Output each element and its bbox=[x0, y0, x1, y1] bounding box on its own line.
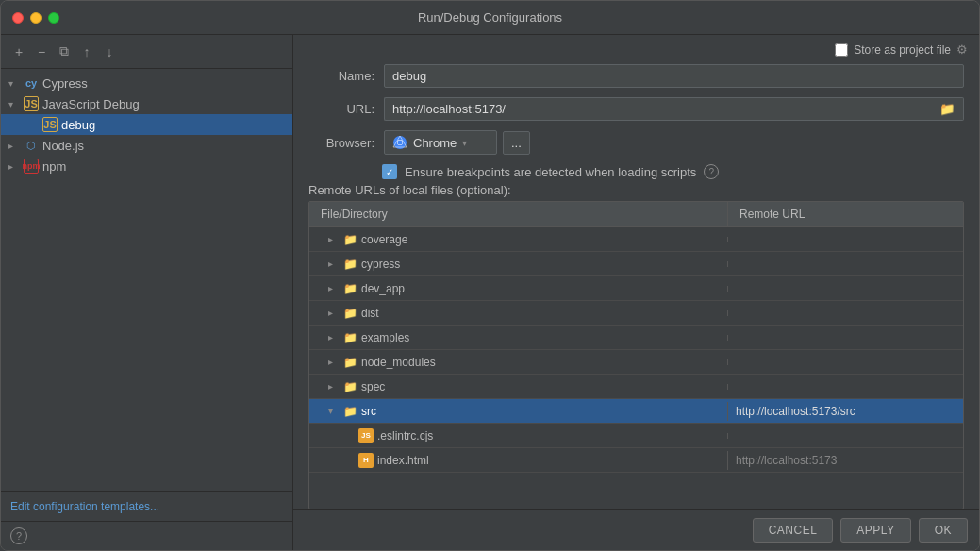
browser-dropdown[interactable]: Chrome ▾ bbox=[384, 130, 497, 155]
svg-point-2 bbox=[398, 141, 403, 145]
gear-icon[interactable]: ⚙ bbox=[956, 42, 968, 57]
breakpoints-label: Ensure breakpoints are detected when loa… bbox=[405, 165, 696, 179]
name-label: Name: bbox=[308, 69, 374, 83]
file-cell-name: ▸ 📁 spec bbox=[309, 377, 727, 396]
tree-group-cypress: ▾ cy Cypress bbox=[1, 73, 292, 93]
browser-label: Browser: bbox=[308, 136, 374, 150]
copy-config-button[interactable]: ⧉ bbox=[54, 42, 75, 62]
sidebar-help-bar: ? bbox=[1, 521, 292, 550]
file-cell-name: ▾ 📁 src bbox=[309, 402, 727, 421]
help-button[interactable]: ? bbox=[10, 527, 27, 544]
bottom-bar: CANCEL APPLY OK bbox=[293, 509, 979, 550]
folder-icon: 📁 bbox=[343, 331, 357, 344]
js-file-icon: JS bbox=[358, 428, 374, 443]
maximize-button[interactable] bbox=[48, 12, 59, 24]
file-cell-url bbox=[727, 286, 963, 292]
sidebar-toolbar: + − ⧉ ↑ ↓ bbox=[1, 35, 292, 69]
folder-icon: 📁 bbox=[343, 405, 357, 418]
npm-icon: npm bbox=[24, 159, 39, 174]
folder-icon: 📁 bbox=[343, 307, 357, 320]
cancel-button[interactable]: CANCEL bbox=[753, 518, 834, 543]
debug-item-label: debug bbox=[61, 118, 95, 132]
store-as-project-label: Store as project file bbox=[854, 43, 951, 57]
table-row[interactable]: ▸ 📁 coverage bbox=[309, 227, 963, 252]
chevron-right-icon: ▸ bbox=[8, 141, 20, 151]
breakpoints-row: ✓ Ensure breakpoints are detected when l… bbox=[308, 164, 964, 183]
js-debug-icon: JS bbox=[24, 96, 39, 111]
sidebar-item-npm[interactable]: ▸ npm npm bbox=[1, 156, 292, 176]
chevron-right-icon: ▸ bbox=[328, 357, 340, 367]
browser-value: Chrome bbox=[413, 136, 457, 150]
remote-urls-label: Remote URLs of local files (optional): bbox=[293, 183, 979, 197]
table-row[interactable]: JS .eslintrc.cjs bbox=[309, 424, 963, 448]
tree-group-nodejs: ▸ ⬡ Node.js bbox=[1, 135, 292, 156]
chevron-down-icon: ▾ bbox=[8, 78, 20, 89]
file-cell-name: JS .eslintrc.cjs bbox=[309, 426, 727, 446]
run-debug-dialog: Run/Debug Configurations + − ⧉ ↑ ↓ bbox=[0, 0, 980, 551]
cypress-group-label: Cypress bbox=[42, 76, 88, 91]
titlebar: Run/Debug Configurations bbox=[1, 1, 979, 35]
file-cell-url: http://localhost:5173 bbox=[727, 451, 963, 470]
chevron-right-icon: ▸ bbox=[328, 308, 340, 318]
minimize-button[interactable] bbox=[30, 12, 42, 24]
sidebar-item-cypress[interactable]: ▾ cy Cypress bbox=[1, 73, 292, 93]
main-content: + − ⧉ ↑ ↓ ▾ bbox=[1, 35, 979, 550]
move-up-button[interactable]: ↑ bbox=[76, 42, 97, 62]
table-row[interactable]: H index.html http://localhost:5173 bbox=[309, 448, 963, 473]
folder-icon: 📁 bbox=[343, 258, 357, 271]
chevron-right-icon: ▸ bbox=[8, 161, 20, 172]
sidebar-item-nodejs[interactable]: ▸ ⬡ Node.js bbox=[1, 135, 292, 156]
file-cell-url bbox=[727, 261, 963, 267]
window-controls bbox=[12, 12, 59, 24]
js-debug-group-label: JavaScript Debug bbox=[42, 97, 140, 111]
table-row[interactable]: ▸ 📁 dist bbox=[309, 301, 963, 326]
table-row[interactable]: ▸ 📁 dev_app bbox=[309, 276, 963, 301]
sidebar-footer: Edit configuration templates... bbox=[1, 491, 292, 521]
more-browsers-button[interactable]: ... bbox=[503, 131, 530, 155]
cypress-icon: cy bbox=[24, 75, 39, 91]
chevron-right-icon: ▸ bbox=[328, 381, 340, 392]
add-config-button[interactable]: + bbox=[8, 42, 29, 62]
config-form: Name: URL: 📁 Browser: bbox=[293, 64, 979, 183]
name-input[interactable] bbox=[384, 64, 964, 88]
sidebar-item-debug[interactable]: JS debug bbox=[1, 114, 292, 135]
col-header-url: Remote URL bbox=[727, 202, 963, 226]
browser-row: Browser: Chrome ▾ bbox=[308, 130, 964, 155]
remove-config-button[interactable]: − bbox=[31, 42, 52, 62]
url-folder-button[interactable]: 📁 bbox=[932, 97, 964, 121]
store-as-project-checkbox[interactable] bbox=[835, 43, 848, 57]
folder-icon: 📁 bbox=[343, 233, 357, 246]
nodejs-group-label: Node.js bbox=[42, 139, 84, 153]
file-table-header: File/Directory Remote URL bbox=[309, 202, 963, 227]
apply-button[interactable]: APPLY bbox=[840, 518, 910, 543]
col-header-file: File/Directory bbox=[309, 202, 727, 226]
table-row[interactable]: ▸ 📁 node_modules bbox=[309, 350, 963, 375]
chevron-right-icon: ▸ bbox=[328, 234, 340, 244]
breakpoints-help-icon[interactable]: ? bbox=[704, 164, 719, 179]
close-button[interactable] bbox=[12, 12, 24, 24]
url-input[interactable] bbox=[384, 97, 932, 121]
table-row[interactable]: ▸ 📁 examples bbox=[309, 326, 963, 350]
file-cell-url bbox=[727, 335, 963, 341]
dropdown-arrow-icon: ▾ bbox=[462, 138, 467, 148]
folder-icon: 📁 bbox=[343, 380, 357, 393]
name-row: Name: bbox=[308, 64, 964, 88]
dialog-title: Run/Debug Configurations bbox=[418, 10, 562, 25]
sidebar-item-js-debug[interactable]: ▾ JS JavaScript Debug bbox=[1, 93, 292, 114]
url-input-wrapper: 📁 bbox=[384, 97, 964, 121]
browser-select-group: Chrome ▾ ... bbox=[384, 130, 530, 155]
file-cell-name: ▸ 📁 examples bbox=[309, 328, 727, 347]
file-cell-name: H index.html bbox=[309, 450, 727, 471]
table-row[interactable]: ▸ 📁 cypress bbox=[309, 252, 963, 276]
table-row[interactable]: ▾ 📁 src http://localhost:5173/src bbox=[309, 399, 963, 424]
breakpoints-checkbox[interactable]: ✓ bbox=[382, 164, 397, 179]
table-row[interactable]: ▸ 📁 spec bbox=[309, 375, 963, 399]
tree-group-js-debug: ▾ JS JavaScript Debug JS debug bbox=[1, 93, 292, 135]
edit-templates-link[interactable]: Edit configuration templates... bbox=[10, 500, 159, 513]
file-cell-url bbox=[727, 237, 963, 242]
ok-button[interactable]: OK bbox=[919, 518, 968, 543]
html-file-icon: H bbox=[358, 453, 374, 468]
move-down-button[interactable]: ↓ bbox=[99, 42, 120, 62]
folder-icon: 📁 bbox=[343, 282, 357, 295]
config-header: Store as project file ⚙ bbox=[293, 35, 979, 64]
